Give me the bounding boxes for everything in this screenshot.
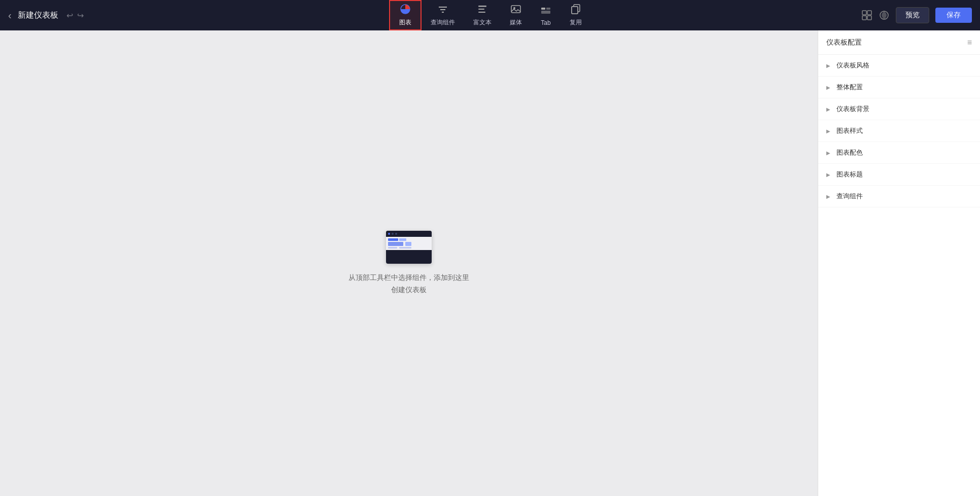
config-item-chart-color[interactable]: ▶ 图表配色 — [818, 142, 980, 164]
undo-button[interactable]: ↩ — [66, 11, 73, 20]
toolbar-item-query[interactable]: 查询组件 — [422, 0, 464, 30]
config-item-chart-style[interactable]: ▶ 图表样式 — [818, 120, 980, 142]
page-title: 新建仪表板 — [18, 10, 58, 21]
toolbar-item-tab[interactable]: Tab — [531, 0, 561, 30]
config-list: ▶ 仪表板风格 ▶ 整体配置 ▶ 仪表板背景 ▶ 图表样式 ▶ 图表配色 ▶ 图… — [818, 55, 980, 207]
config-label-overall: 整体配置 — [836, 83, 863, 92]
right-panel-title: 仪表板配置 — [826, 38, 862, 47]
back-button[interactable]: ‹ — [8, 10, 12, 21]
preview-button[interactable]: 预览 — [896, 7, 929, 23]
save-button[interactable]: 保存 — [935, 8, 972, 23]
right-panel-header: 仪表板配置 ≡ — [818, 30, 980, 55]
config-item-style[interactable]: ▶ 仪表板风格 — [818, 55, 980, 77]
top-bar: ‹ 新建仪表板 ↩ ↪ 图表 — [0, 0, 980, 30]
text-icon — [477, 4, 488, 16]
toolbar-item-chart[interactable]: 图表 — [389, 0, 422, 30]
toolbar-richtext-label: 富文本 — [473, 18, 492, 27]
config-label-background: 仪表板背景 — [836, 104, 869, 114]
chart-icon — [400, 4, 411, 16]
svg-rect-18 — [862, 16, 866, 20]
canvas-area: 从顶部工具栏中选择组件，添加到这里 创建仪表板 — [0, 30, 818, 496]
copy-icon — [570, 4, 581, 16]
svg-rect-9 — [541, 8, 545, 10]
top-bar-left: ‹ 新建仪表板 ↩ ↪ — [0, 10, 101, 21]
arrow-icon-overall: ▶ — [826, 85, 830, 90]
config-label-style: 仪表板风格 — [836, 61, 869, 70]
svg-rect-16 — [862, 11, 866, 15]
theme-button[interactable] — [879, 10, 890, 21]
config-item-background[interactable]: ▶ 仪表板背景 — [818, 98, 980, 120]
svg-rect-14 — [572, 7, 578, 14]
arrow-icon-chart-color: ▶ — [826, 150, 830, 156]
toolbar-tab-label: Tab — [541, 19, 550, 26]
svg-rect-7 — [511, 6, 520, 13]
toolbar-query-label: 查询组件 — [431, 18, 455, 27]
empty-state: 从顶部工具栏中选择组件，添加到这里 创建仪表板 — [348, 231, 469, 296]
redo-button[interactable]: ↪ — [77, 11, 84, 20]
toolbar-reuse-label: 复用 — [570, 18, 582, 27]
config-item-query-widget[interactable]: ▶ 查询组件 — [818, 186, 980, 207]
svg-rect-11 — [541, 11, 550, 14]
config-label-chart-style: 图表样式 — [836, 126, 863, 135]
toolbar-item-reuse[interactable]: 复用 — [561, 0, 591, 30]
arrow-icon-background: ▶ — [826, 107, 830, 112]
arrow-icon-chart-style: ▶ — [826, 128, 830, 134]
top-bar-right: 预览 保存 — [861, 7, 972, 23]
arrow-icon-chart-legend: ▶ — [826, 172, 830, 178]
toolbar-chart-label: 图表 — [399, 18, 411, 27]
config-label-chart-legend: 图表标题 — [836, 170, 863, 179]
arrow-icon-query-widget: ▶ — [826, 194, 830, 199]
toolbar-media-label: 媒体 — [510, 18, 522, 27]
arrow-icon-style: ▶ — [826, 63, 830, 68]
right-panel: 仪表板配置 ≡ ▶ 仪表板风格 ▶ 整体配置 ▶ 仪表板背景 ▶ 图表样式 ▶ — [818, 30, 980, 496]
image-icon — [510, 4, 521, 16]
right-panel-menu-icon[interactable]: ≡ — [967, 38, 972, 47]
config-item-chart-legend[interactable]: ▶ 图表标题 — [818, 164, 980, 186]
svg-rect-19 — [867, 16, 871, 20]
svg-rect-6 — [478, 12, 485, 13]
svg-rect-4 — [478, 6, 486, 7]
svg-rect-5 — [478, 9, 484, 10]
tab-icon — [540, 5, 551, 17]
filter-icon — [437, 4, 448, 16]
svg-rect-17 — [867, 11, 871, 15]
svg-rect-10 — [546, 8, 550, 10]
toolbar-item-richtext[interactable]: 富文本 — [464, 0, 501, 30]
empty-state-thumbnail — [386, 231, 432, 264]
config-item-overall[interactable]: ▶ 整体配置 — [818, 77, 980, 98]
config-label-chart-color: 图表配色 — [836, 148, 863, 157]
main-layout: 从顶部工具栏中选择组件，添加到这里 创建仪表板 仪表板配置 ≡ ▶ 仪表板风格 … — [0, 30, 980, 496]
grid-layout-button[interactable] — [861, 10, 872, 21]
center-toolbar: 图表 查询组件 富文本 — [389, 0, 591, 30]
toolbar-item-media[interactable]: 媒体 — [501, 0, 531, 30]
config-label-query-widget: 查询组件 — [836, 192, 863, 201]
undo-redo-group: ↩ ↪ — [66, 11, 84, 20]
empty-hint-text: 从顶部工具栏中选择组件，添加到这里 创建仪表板 — [348, 272, 469, 296]
